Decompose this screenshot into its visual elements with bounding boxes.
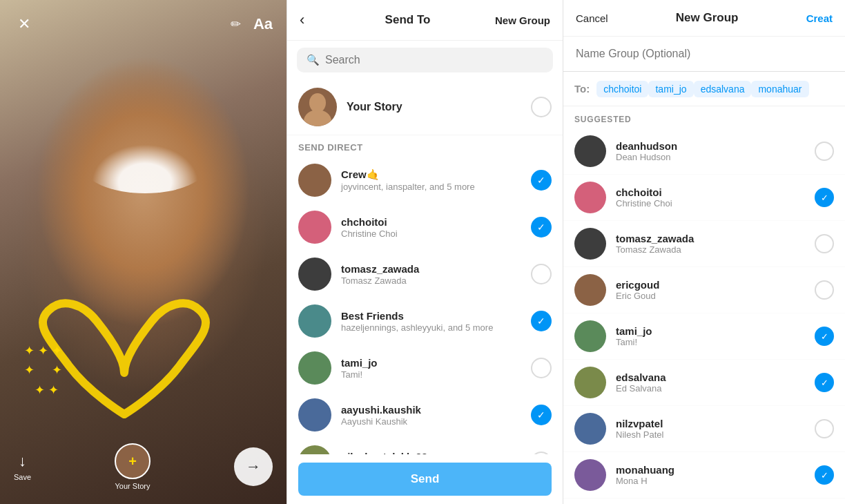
your-story-avatar-img: [298, 88, 337, 126]
to-row: To: chchoitoitami_joedsalvanamonahuar: [563, 72, 845, 106]
group-contact-info: nilzvpatel Nilesh Patel: [616, 418, 805, 440]
contact-select[interactable]: ✓: [531, 170, 552, 191]
group-contact-row[interactable]: tami_jo Tami! ✓: [563, 313, 845, 360]
group-contact-info: ericgoud Eric Goud: [616, 279, 805, 301]
contact-row[interactable]: tami_jo Tami!: [287, 345, 563, 391]
new-group-button[interactable]: New Group: [495, 14, 550, 26]
contact-username: tami_jo: [341, 357, 521, 369]
group-contact-username: tami_jo: [616, 325, 805, 337]
to-label: To:: [574, 83, 590, 95]
contact-info: chchoitoi Christine Choi: [341, 216, 521, 239]
contact-avatar: [298, 304, 331, 338]
group-contact-select[interactable]: ✓: [815, 465, 834, 485]
group-contact-subname: Tami!: [616, 337, 805, 347]
group-contact-username: edsalvana: [616, 371, 805, 383]
contact-info: Best Friends hazeljennings, ashleyyuki, …: [341, 310, 521, 333]
contact-username: aayushi.kaushik: [341, 404, 521, 416]
group-contact-select[interactable]: ✓: [815, 188, 834, 207]
group-tag[interactable]: chchoitoi: [596, 81, 648, 97]
contact-avatar: [298, 351, 331, 385]
sparkle-decoration: ✦ ✦ ✦ ✦ ✦ ✦ ✦: [24, 341, 62, 400]
group-contact-select[interactable]: ✓: [815, 373, 834, 392]
your-story-select[interactable]: [531, 97, 552, 117]
contact-select[interactable]: ✓: [531, 405, 552, 425]
contact-row[interactable]: Crew🤙 joyvincent, ianspalter, and 5 more…: [287, 157, 563, 204]
group-contact-select[interactable]: [815, 419, 834, 438]
search-icon: 🔍: [307, 54, 320, 66]
contact-subname: Tami!: [341, 369, 521, 380]
text-icon[interactable]: Aa: [253, 15, 273, 33]
contact-username: tomasz_zawada: [341, 263, 521, 275]
contact-avatar: [298, 258, 331, 291]
contact-row[interactable]: nileshpatel, klp33 nileshpatel, klp33: [287, 438, 563, 454]
cancel-button[interactable]: Cancel: [576, 12, 608, 24]
group-contact-username: ericgoud: [616, 279, 805, 291]
group-contact-avatar: [574, 459, 606, 491]
contact-avatar: [298, 445, 331, 454]
contact-select[interactable]: ✓: [531, 217, 552, 238]
group-contact-row[interactable]: monahuang Mona H ✓: [563, 452, 845, 498]
contact-row[interactable]: aayushi.kaushik Aayushi Kaushik ✓: [287, 391, 563, 438]
svg-point-0: [309, 93, 326, 113]
group-contact-select[interactable]: [815, 234, 834, 253]
contact-row[interactable]: tomasz_zawada Tomasz Zawada: [287, 251, 563, 298]
group-contact-subname: Dean Hudson: [616, 152, 805, 162]
contact-username: chchoitoi: [341, 216, 521, 228]
camera-panel: ✦ ✦ ✦ ✦ ✦ ✦ ✦ ✕ ✏ Aa ↓ Save + Your Story…: [0, 0, 286, 504]
group-contact-username: monahuang: [616, 464, 805, 476]
send-direct-label: SEND DIRECT: [287, 135, 563, 157]
group-tag[interactable]: tami_jo: [648, 81, 693, 97]
contact-subname: Tomasz Zawada: [341, 275, 521, 286]
group-contact-row[interactable]: edsalvana Ed Salvana ✓: [563, 360, 845, 406]
group-contact-row[interactable]: chchoitoi Christine Choi ✓: [563, 175, 845, 221]
group-contact-avatar: [574, 367, 606, 398]
contact-row[interactable]: chchoitoi Christine Choi ✓: [287, 204, 563, 251]
contact-username: Crew🤙: [341, 168, 521, 181]
group-contact-avatar: [574, 182, 606, 213]
contact-avatar: [298, 211, 331, 244]
group-contact-row[interactable]: iansp Ian Spalter: [563, 498, 845, 504]
save-label: Save: [14, 473, 31, 481]
group-contact-row[interactable]: tomasz_zawada Tomasz Zawada: [563, 221, 845, 267]
group-contact-avatar: [574, 320, 606, 352]
group-contact-row[interactable]: deanhudson Dean Hudson: [563, 128, 845, 175]
group-contact-subname: Ed Salvana: [616, 383, 805, 394]
group-contact-username: nilzvpatel: [616, 418, 805, 429]
your-story-name: Your Story: [347, 101, 531, 113]
send-button[interactable]: Send: [298, 463, 552, 496]
contact-row[interactable]: Best Friends hazeljennings, ashleyyuki, …: [287, 298, 563, 345]
group-contact-select[interactable]: [815, 142, 834, 161]
group-contact-info: tami_jo Tami!: [616, 325, 805, 347]
group-tag[interactable]: monahuar: [751, 81, 808, 97]
contact-subname: joyvincent, ianspalter, and 5 more: [341, 182, 521, 192]
pencil-icon[interactable]: ✏: [231, 17, 241, 32]
send-to-title: Send To: [385, 13, 431, 27]
group-name-input[interactable]: [563, 37, 845, 72]
group-contact-info: deanhudson Dean Hudson: [616, 140, 805, 162]
group-contact-username: deanhudson: [616, 140, 805, 152]
back-button[interactable]: ‹: [300, 11, 320, 29]
group-contact-select[interactable]: ✓: [815, 327, 834, 346]
send-arrow-button[interactable]: →: [234, 447, 273, 486]
group-contacts-list: deanhudson Dean Hudson chchoitoi Christi…: [563, 128, 845, 504]
your-story-button[interactable]: + Your Story: [115, 443, 150, 490]
group-contact-select[interactable]: [815, 280, 834, 300]
group-contact-subname: Mona H: [616, 476, 805, 486]
create-button[interactable]: Creat: [806, 12, 833, 24]
close-button[interactable]: ✕: [14, 14, 35, 35]
save-button[interactable]: ↓ Save: [14, 452, 31, 481]
group-contact-row[interactable]: nilzvpatel Nilesh Patel: [563, 406, 845, 452]
contact-select[interactable]: [531, 264, 552, 284]
group-contact-row[interactable]: ericgoud Eric Goud: [563, 267, 845, 313]
new-group-title: New Group: [676, 11, 739, 25]
search-input[interactable]: [325, 54, 543, 66]
contact-subname: hazeljennings, ashleyyuki, and 5 more: [341, 322, 521, 333]
contact-username: Best Friends: [341, 310, 521, 322]
group-contact-username: tomasz_zawada: [616, 233, 805, 244]
group-contact-avatar: [574, 274, 606, 306]
contact-select[interactable]: [531, 358, 552, 378]
group-tag[interactable]: edsalvana: [694, 81, 752, 97]
camera-top-bar: ✕ ✏ Aa: [0, 0, 286, 48]
suggested-label: SUGGESTED: [563, 106, 845, 128]
contact-select[interactable]: ✓: [531, 311, 552, 331]
